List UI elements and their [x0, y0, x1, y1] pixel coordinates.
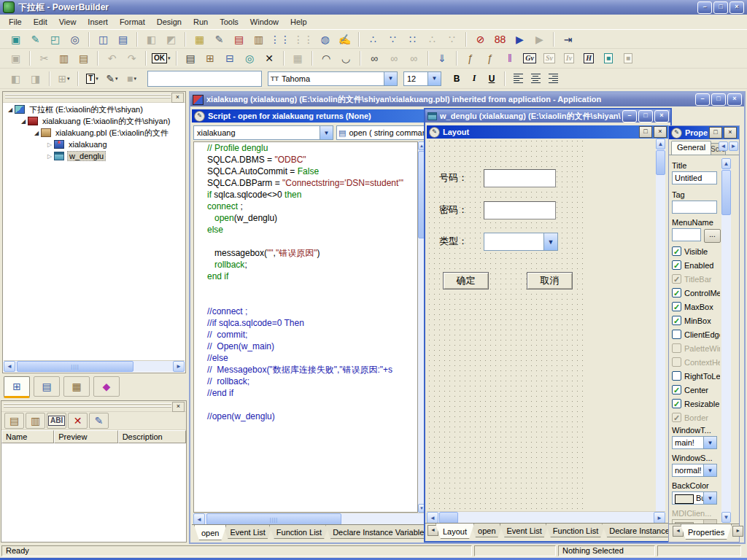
clip-rename-icon[interactable]: ABI [47, 413, 66, 429]
backcolor-dropdown-icon[interactable]: ▼ [703, 492, 716, 504]
event-combo[interactable]: ▤ open ( string comman [336, 125, 425, 140]
clip-edit-icon[interactable]: ✎ [89, 413, 109, 429]
checkbox-row-righttoleft[interactable]: RightToLeft [672, 369, 720, 383]
align-left-icon[interactable] [509, 70, 527, 87]
scroll-thumb[interactable]: |||| [206, 513, 341, 525]
design-hscrollbar[interactable]: ◄ ► [427, 511, 665, 524]
designed-window-area[interactable] [427, 139, 586, 511]
form-label-password[interactable]: 密码： [439, 203, 468, 217]
password-input[interactable] [484, 201, 556, 219]
mdi-minimize-button[interactable]: – [695, 93, 710, 106]
browse-object-icon[interactable]: ◎ [65, 31, 85, 48]
scroll-left-icon[interactable]: ◄ [4, 361, 15, 372]
font-name-dropdown-icon[interactable]: ▼ [384, 72, 397, 85]
layout-maximize-icon[interactable]: □ [639, 126, 652, 138]
tree-item-e-xiaolin-shiyan[interactable]: ◢下拉框 (E:\xiaolin的文件\shiyan) [4, 104, 185, 115]
script-hscrollbar[interactable]: ◄ |||| [193, 513, 424, 525]
properties-sheet-icon[interactable]: ⊞ [201, 50, 220, 67]
properties-close-icon[interactable]: × [724, 127, 737, 139]
font-size-dropdown-icon[interactable]: ▼ [427, 72, 441, 85]
compile-icon[interactable]: ⇓ [433, 50, 452, 67]
profiling-icon[interactable]: ∷ [403, 31, 422, 48]
italic-button[interactable]: I [465, 70, 483, 87]
title-field[interactable] [672, 171, 717, 184]
clip-delete-icon[interactable]: ✕ [68, 413, 88, 429]
underline-button[interactable]: U [483, 70, 500, 87]
exit-icon[interactable]: ⇥ [558, 31, 578, 48]
global-variables-icon[interactable]: Gv [520, 50, 540, 67]
windowtype-dropdown-icon[interactable]: ▼ [703, 437, 716, 448]
checkbox-center[interactable]: ✓ [672, 385, 681, 394]
paste-icon[interactable]: ▤ [74, 50, 93, 67]
tab-general[interactable]: General [671, 141, 711, 155]
pipeline-icon[interactable]: ‖ [500, 50, 520, 67]
tag-field[interactable] [672, 201, 717, 214]
tab-browser-view[interactable]: ▦ [63, 376, 90, 397]
object-combo-dropdown-icon[interactable]: ▼ [320, 126, 333, 139]
checkbox-row-enabled[interactable]: ✓Enabled [672, 258, 720, 272]
tree-hscrollbar[interactable]: ◄ |||| ► [4, 360, 185, 372]
keyboard-icon[interactable]: ▦ [190, 31, 209, 48]
mdi-maximize-button[interactable]: □ [711, 93, 726, 106]
checkbox-row-minbox[interactable]: ✓MinBox [672, 314, 720, 327]
form-label-type[interactable]: 类型： [439, 235, 468, 248]
script-tab-declare-instance-variables[interactable]: Declare Instance Variables [325, 525, 436, 539]
preview-icon[interactable]: ◎ [240, 50, 260, 67]
scroll-track[interactable] [721, 215, 731, 512]
align-center-icon[interactable] [527, 70, 544, 87]
border-style-icon[interactable]: ✎▾ [102, 70, 122, 88]
scroll-thumb[interactable]: |||| [17, 361, 133, 372]
scroll-up-icon[interactable]: ▲ [656, 139, 665, 149]
windowstate-combo[interactable]: normal! ▼ [672, 464, 717, 477]
windowstate-dropdown-icon[interactable]: ▼ [703, 464, 716, 476]
tree-item-xialakuang-e-xiaolin-shiyan[interactable]: ◢xialakuang (E:\xiaolin的文件\shiyan) [4, 115, 185, 127]
design-surface[interactable]: 号码： 密码： 类型： ▼ 确定 取消 [427, 139, 656, 511]
database-painter-icon[interactable]: ◍ [315, 31, 335, 48]
menu-view[interactable]: View [53, 16, 82, 28]
mdi-close-button[interactable]: × [727, 93, 742, 106]
backcolor-combo[interactable]: Bu ▼ [672, 491, 717, 505]
layout-close-icon[interactable]: × [654, 126, 667, 138]
type-dropdown-icon[interactable]: ▼ [543, 233, 557, 250]
text-color-icon[interactable]: T▾ [82, 70, 102, 88]
structure-icon[interactable]: ⊟ [220, 50, 240, 67]
checkbox-righttoleft[interactable] [672, 371, 681, 381]
tree-item-xialakuang-pbl-e-xiaolin[interactable]: ◢xialakuang.pbl (E:\xiaolin的文件 [4, 127, 185, 139]
scroll-track[interactable] [133, 361, 173, 372]
scroll-thumb[interactable] [721, 170, 731, 215]
comment-icon[interactable]: ◠ [317, 50, 336, 67]
scroll-right-icon[interactable]: ► [173, 361, 185, 372]
tree-expander-icon[interactable]: ◢ [7, 106, 14, 113]
checkbox-row-maxbox[interactable]: ✓MaxBox [672, 300, 720, 314]
open-painter-icon[interactable]: ◰ [45, 31, 65, 48]
minimize-button[interactable]: – [697, 1, 712, 14]
sketch-icon[interactable]: ✎ [209, 31, 229, 48]
designer-maximize-button[interactable]: □ [638, 110, 653, 122]
designer-close-button[interactable]: × [654, 110, 669, 122]
breakpoints-icon[interactable]: 88 [490, 31, 510, 48]
checkbox-enabled[interactable]: ✓ [672, 260, 681, 270]
clip-panel-grip[interactable]: × [1, 401, 186, 412]
script-tab-function-list[interactable]: Function List [269, 525, 329, 539]
type-dropdown[interactable]: ▼ [484, 233, 558, 251]
checkbox-row-visible[interactable]: ✓Visible [672, 244, 720, 258]
font-name-combo[interactable]: TT Tahoma ▼ [268, 71, 398, 86]
designer-tab-layout[interactable]: Layout [436, 524, 474, 539]
menu-run[interactable]: Run [187, 16, 214, 28]
checkbox-maxbox[interactable]: ✓ [672, 302, 681, 311]
system-tree[interactable]: ◢下拉框 (E:\xiaolin的文件\shiyan)◢xialakuang (… [4, 104, 185, 360]
tabs-left-icon[interactable]: ◄ [719, 141, 728, 151]
to-do-list-icon[interactable]: ⋮⋮ [268, 31, 292, 48]
font-size-combo[interactable]: 12 ▼ [403, 71, 441, 86]
align-right-icon[interactable] [544, 70, 562, 87]
object-combo[interactable]: xialakuang ▼ [193, 125, 333, 140]
bold-button[interactable]: B [448, 70, 465, 87]
clip-panel-close-icon[interactable]: × [172, 402, 185, 412]
form-label-number[interactable]: 号码： [439, 171, 468, 184]
scroll-right-icon[interactable]: ► [654, 512, 665, 524]
library-painter-icon[interactable]: ▥ [249, 31, 268, 48]
scroll-left-icon[interactable]: ◄ [193, 513, 205, 525]
tree-expander-icon[interactable]: ◢ [33, 130, 40, 136]
scroll-up-icon[interactable]: ▲ [721, 158, 731, 169]
scroll-left-icon[interactable]: ◄ [427, 512, 438, 524]
